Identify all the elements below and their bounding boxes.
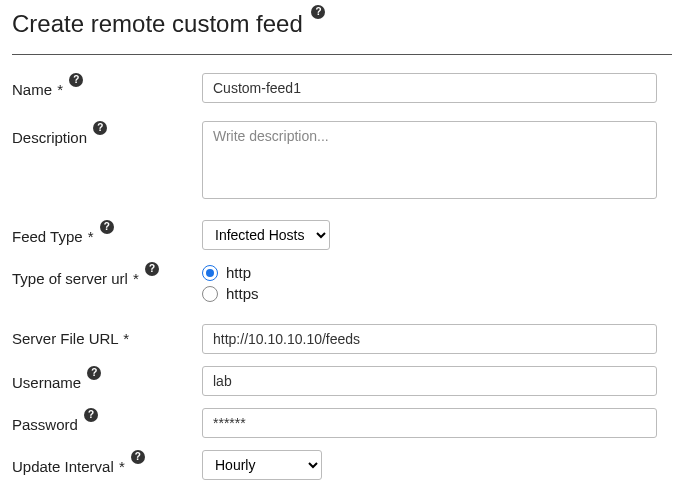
label-server-file-url-text: Server File URL xyxy=(12,330,118,347)
label-name-text: Name xyxy=(12,81,52,98)
help-icon[interactable]: ? xyxy=(100,220,114,234)
required-marker: * xyxy=(119,458,125,475)
radio-http-label: http xyxy=(226,264,251,281)
feed-type-select[interactable]: Infected Hosts xyxy=(202,220,330,250)
label-server-file-url: Server File URL * xyxy=(12,324,202,347)
row-server-url-type: Type of server url * ? http https xyxy=(12,262,672,306)
radio-icon-checked xyxy=(202,265,218,281)
row-username: Username ? xyxy=(12,366,672,396)
help-icon[interactable]: ? xyxy=(93,121,107,135)
update-interval-select[interactable]: Hourly xyxy=(202,450,322,480)
label-description-text: Description xyxy=(12,129,87,146)
label-feed-type: Feed Type * ? xyxy=(12,220,202,245)
row-name: Name * ? xyxy=(12,73,672,103)
label-name: Name * ? xyxy=(12,73,202,98)
required-marker: * xyxy=(123,330,129,347)
help-icon[interactable]: ? xyxy=(69,73,83,87)
row-description: Description ? xyxy=(12,121,672,202)
row-feed-type: Feed Type * ? Infected Hosts xyxy=(12,220,672,250)
page-header: Create remote custom feed ? xyxy=(12,10,672,55)
help-icon[interactable]: ? xyxy=(131,450,145,464)
description-textarea[interactable] xyxy=(202,121,657,199)
server-file-url-input[interactable] xyxy=(202,324,657,354)
page-title-text: Create remote custom feed xyxy=(12,10,303,37)
label-password: Password ? xyxy=(12,408,202,433)
radio-icon-unchecked xyxy=(202,286,218,302)
label-update-interval: Update Interval * ? xyxy=(12,450,202,475)
required-marker: * xyxy=(133,270,139,287)
help-icon[interactable]: ? xyxy=(145,262,159,276)
page-title: Create remote custom feed ? xyxy=(12,10,325,46)
row-password: Password ? xyxy=(12,408,672,438)
required-marker: * xyxy=(57,81,63,98)
name-input[interactable] xyxy=(202,73,657,103)
label-server-url-type: Type of server url * ? xyxy=(12,262,202,287)
label-update-interval-text: Update Interval xyxy=(12,458,114,475)
label-feed-type-text: Feed Type xyxy=(12,228,83,245)
username-input[interactable] xyxy=(202,366,657,396)
label-password-text: Password xyxy=(12,416,78,433)
help-icon[interactable]: ? xyxy=(84,408,98,422)
label-server-url-type-text: Type of server url xyxy=(12,270,128,287)
help-icon[interactable]: ? xyxy=(87,366,101,380)
row-server-file-url: Server File URL * xyxy=(12,324,672,354)
label-username-text: Username xyxy=(12,374,81,391)
label-username: Username ? xyxy=(12,366,202,391)
radio-https-label: https xyxy=(226,285,259,302)
label-description: Description ? xyxy=(12,121,202,146)
help-icon[interactable]: ? xyxy=(311,5,325,19)
radio-http[interactable]: http xyxy=(202,264,672,281)
required-marker: * xyxy=(88,228,94,245)
row-update-interval: Update Interval * ? Hourly xyxy=(12,450,672,480)
radio-https[interactable]: https xyxy=(202,285,672,302)
password-input[interactable] xyxy=(202,408,657,438)
